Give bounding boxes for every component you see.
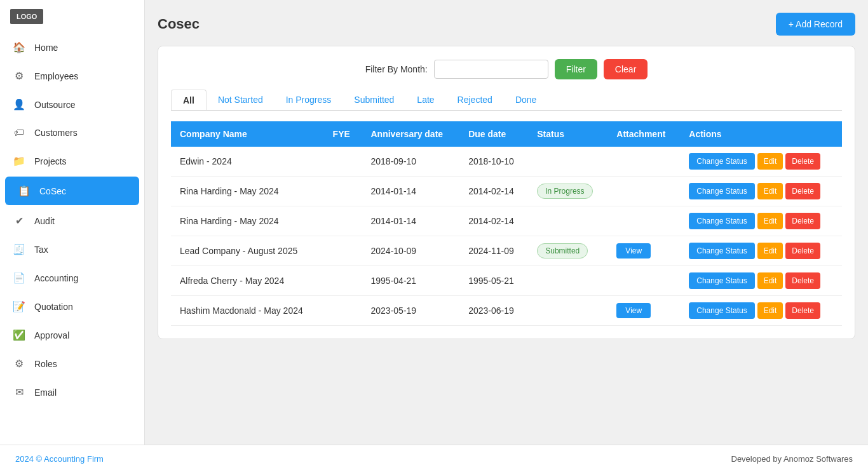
- sidebar-item-roles[interactable]: ⚙ Roles: [0, 349, 144, 378]
- cell-actions: Change StatusEditDelete: [680, 177, 842, 206]
- delete-button[interactable]: Delete: [785, 302, 820, 319]
- tabs-bar: AllNot StartedIn ProgressSubmittedLateRe…: [171, 90, 842, 111]
- sidebar-item-employees[interactable]: ⚙ Employees: [0, 62, 144, 90]
- edit-button[interactable]: Edit: [757, 153, 783, 170]
- cell-actions: Change StatusEditDelete: [680, 236, 842, 266]
- table-row: Alfreda Cherry - May 20241995-04-211995-…: [171, 266, 842, 296]
- footer-right: Developed by Anomoz Softwares: [731, 454, 853, 464]
- status-badge: In Progress: [537, 184, 592, 199]
- sidebar-item-projects[interactable]: 📁 Projects: [0, 147, 144, 175]
- cell-due-date: 2023-06-19: [459, 296, 528, 326]
- edit-button[interactable]: Edit: [757, 213, 783, 229]
- delete-button[interactable]: Delete: [785, 243, 820, 259]
- col-status: Status: [528, 121, 607, 147]
- tab-all[interactable]: All: [171, 90, 207, 111]
- cell-due-date: 2014-02-14: [459, 177, 528, 206]
- sidebar-item-quotation[interactable]: 📝 Quotation: [0, 292, 144, 321]
- sidebar-item-cosec[interactable]: 📋 CoSec: [5, 177, 139, 205]
- delete-button[interactable]: Delete: [785, 213, 820, 229]
- change-status-button[interactable]: Change Status: [689, 213, 754, 229]
- change-status-button[interactable]: Change Status: [689, 243, 754, 259]
- cell-due-date: 2014-02-14: [459, 206, 528, 236]
- change-status-button[interactable]: Change Status: [689, 302, 754, 319]
- delete-button[interactable]: Delete: [785, 272, 820, 289]
- cosec-icon: 📋: [18, 185, 31, 197]
- edit-button[interactable]: Edit: [757, 243, 783, 259]
- tab-in-progress[interactable]: In Progress: [275, 90, 343, 111]
- edit-button[interactable]: Edit: [757, 302, 783, 319]
- add-record-button[interactable]: + Add Record: [776, 13, 855, 36]
- col-fye: FYE: [324, 121, 362, 147]
- cell-attachment: [607, 206, 680, 236]
- cell-fye: [324, 236, 362, 266]
- change-status-button[interactable]: Change Status: [689, 153, 754, 170]
- sidebar-label-accounting: Accounting: [34, 273, 78, 283]
- filter-button[interactable]: Filter: [555, 59, 597, 79]
- cell-fye: [324, 206, 362, 236]
- sidebar-item-home[interactable]: 🏠 Home: [0, 33, 144, 62]
- change-status-button[interactable]: Change Status: [689, 272, 754, 289]
- col-anniversary-date: Anniversary date: [362, 121, 460, 147]
- cell-company-name: Alfreda Cherry - May 2024: [171, 266, 324, 296]
- sidebar-item-accounting[interactable]: 📄 Accounting: [0, 264, 144, 292]
- cell-company-name: Rina Harding - May 2024: [171, 206, 324, 236]
- edit-button[interactable]: Edit: [757, 183, 783, 199]
- logo: LOGO: [10, 9, 43, 24]
- cell-fye: [324, 177, 362, 206]
- main-content: Cosec + Add Record Filter By Month: Filt…: [145, 0, 868, 445]
- cell-fye: [324, 296, 362, 326]
- sidebar-item-email[interactable]: ✉ Email: [0, 378, 144, 406]
- sidebar-label-roles: Roles: [34, 359, 57, 369]
- clear-button[interactable]: Clear: [604, 59, 648, 79]
- filter-month-input[interactable]: [434, 60, 548, 79]
- sidebar-item-outsource[interactable]: 👤 Outsource: [0, 90, 144, 119]
- sidebar-label-audit: Audit: [34, 216, 55, 226]
- view-attachment-button[interactable]: View: [616, 243, 651, 258]
- tab-rejected[interactable]: Rejected: [446, 90, 504, 111]
- delete-button[interactable]: Delete: [785, 183, 820, 199]
- action-group: Change StatusEditDelete: [689, 302, 833, 319]
- cell-company-name: Hashim Macdonald - May 2024: [171, 296, 324, 326]
- sidebar-label-home: Home: [34, 43, 58, 53]
- footer-left: 2024 © Accounting Firm: [15, 454, 104, 464]
- tab-late[interactable]: Late: [405, 90, 445, 111]
- sidebar-label-quotation: Quotation: [34, 302, 73, 312]
- employees-icon: ⚙: [13, 70, 25, 82]
- cell-anniversary-date: 2018-09-10: [362, 147, 460, 177]
- view-attachment-button[interactable]: View: [616, 303, 651, 318]
- action-group: Change StatusEditDelete: [689, 272, 833, 289]
- sidebar-item-audit[interactable]: ✔ Audit: [0, 206, 144, 235]
- action-group: Change StatusEditDelete: [689, 183, 833, 199]
- cell-actions: Change StatusEditDelete: [680, 147, 842, 177]
- col-due-date: Due date: [459, 121, 528, 147]
- sidebar-item-approval[interactable]: ✅ Approval: [0, 321, 144, 349]
- tab-done[interactable]: Done: [504, 90, 548, 111]
- action-group: Change StatusEditDelete: [689, 153, 833, 170]
- filter-row: Filter By Month: Filter Clear: [171, 59, 842, 79]
- sidebar-label-employees: Employees: [34, 71, 78, 81]
- email-icon: ✉: [13, 386, 25, 398]
- table-row: Edwin - 20242018-09-102018-10-10Change S…: [171, 147, 842, 177]
- tab-not-started[interactable]: Not Started: [207, 90, 275, 111]
- table-row: Rina Harding - May 20242014-01-142014-02…: [171, 206, 842, 236]
- cell-anniversary-date: 2023-05-19: [362, 296, 460, 326]
- tab-submitted[interactable]: Submitted: [342, 90, 405, 111]
- sidebar-item-tax[interactable]: 🧾 Tax: [0, 235, 144, 264]
- col-company-name: Company Name: [171, 121, 324, 147]
- cell-attachment: [607, 147, 680, 177]
- cell-attachment: [607, 266, 680, 296]
- cell-attachment: View: [607, 296, 680, 326]
- sidebar-item-customers[interactable]: 🏷 Customers: [0, 119, 144, 147]
- action-group: Change StatusEditDelete: [689, 213, 833, 229]
- cell-attachment: [607, 177, 680, 206]
- sidebar-label-projects: Projects: [34, 156, 67, 166]
- cell-due-date: 1995-05-21: [459, 266, 528, 296]
- cell-company-name: Rina Harding - May 2024: [171, 177, 324, 206]
- page-header: Cosec + Add Record: [158, 13, 855, 36]
- cell-status: [528, 147, 607, 177]
- cell-actions: Change StatusEditDelete: [680, 206, 842, 236]
- change-status-button[interactable]: Change Status: [689, 183, 754, 199]
- edit-button[interactable]: Edit: [757, 272, 783, 289]
- delete-button[interactable]: Delete: [785, 153, 820, 170]
- outsource-icon: 👤: [13, 98, 25, 111]
